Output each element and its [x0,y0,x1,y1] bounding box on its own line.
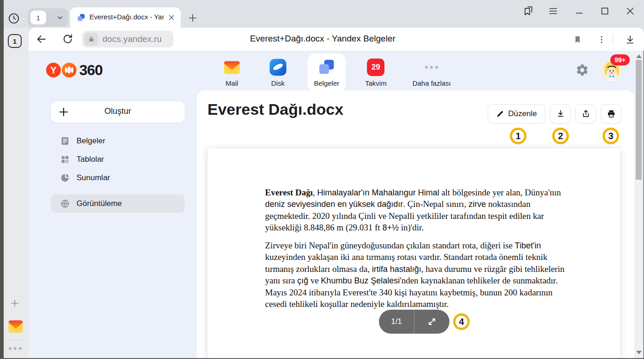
edit-button[interactable]: Düzenle [488,104,545,124]
hamburger-icon [548,6,559,17]
maximize-icon [599,6,610,17]
document-viewer: Everest Dağı.docx Düzenle [197,90,634,359]
chevron-down-icon[interactable] [55,13,65,22]
page-title: Everest+Dağı.docx - Yandex Belgeler [203,34,443,44]
docs-favicon-icon [77,13,86,22]
toolbar-divider [613,34,613,44]
tab-group-count: 1 [30,11,46,24]
back-arrow-icon [35,33,47,45]
yandex-mail-icon[interactable] [6,317,25,335]
page-number: 1/1 [379,317,414,326]
bookmark-button[interactable] [571,33,584,46]
maximize-button[interactable] [598,5,611,18]
annotation-3: 3 [603,128,619,144]
browser-tab[interactable]: Everest+Dağı.docx - Yan [70,7,181,28]
pencil-icon [496,110,504,118]
fullscreen-button[interactable] [414,317,449,326]
url-text: docs.yandex.ru [102,34,162,44]
downloads-button[interactable] [624,33,637,46]
download-icon [556,109,565,118]
minimize-icon [574,6,585,17]
calendar-icon: 29 [366,57,386,77]
print-document-button[interactable] [601,104,621,124]
grid-icon [60,154,70,165]
app-item-more[interactable]: Daha fazlası [406,53,457,91]
paragraph: Everest Dağı, Himalayalar'ın Mahalangur … [265,187,573,234]
app-item-mail[interactable]: Mail [215,53,248,91]
back-button[interactable] [35,33,48,46]
sidebar-item-tablolar[interactable]: Tablolar [51,150,185,169]
collections-button[interactable] [522,5,535,18]
collections-icon [522,5,534,17]
browser-menu-button[interactable] [547,5,560,18]
annotation-2: 2 [552,128,569,144]
rail-add-button[interactable] [8,297,21,310]
scroll-down-icon[interactable] [636,351,642,354]
browser-window: 1 Everest+Dağı.docx - Yan [0,0,644,359]
app-item-disk[interactable]: Disk [261,53,295,91]
address-bar[interactable]: docs.yandex.ru [82,31,173,47]
sidebar-item-goruntuleme[interactable]: Görüntüleme [51,194,185,213]
ssl-lock-icon[interactable] [84,33,98,46]
app-label: Disk [271,79,284,87]
settings-gear-button[interactable] [575,63,589,77]
sidebar-item-label: Görüntüleme [77,199,122,208]
reload-icon [62,33,74,45]
scrollbar-thumb[interactable] [636,60,642,180]
app-label: Daha fazlası [413,79,451,87]
sidebar-item-belgeler[interactable]: Belgeler [51,132,185,150]
browser-left-rail: 1 [4,28,29,359]
globe-icon [60,199,70,209]
page-scrollbar[interactable] [634,51,644,359]
sidebar-item-sunumlar[interactable]: Sunumlar [51,169,185,187]
minimize-button[interactable] [573,5,586,18]
share-icon [581,109,591,118]
new-tab-button[interactable] [186,12,199,24]
reload-button[interactable] [61,33,74,46]
notification-badge: 99+ [610,54,630,65]
document-title: Everest Dağı.docx [207,100,343,118]
tab-title: Everest+Dağı.docx - Yan [89,13,164,21]
download-icon [625,34,636,45]
sidebar-item-label: Sunumlar [77,173,110,182]
app-switcher: Mail Disk [29,53,644,91]
disk-icon [268,57,288,77]
toolbar-menu-button[interactable] [595,33,608,46]
close-window-button[interactable] [624,5,637,18]
tab-close-icon[interactable] [166,12,177,23]
printer-icon [607,109,616,118]
annotation-4: 4 [453,313,470,330]
mail-icon [222,57,242,77]
window-left-edge [0,0,4,359]
page-indicator[interactable]: 1/1 [379,310,449,334]
create-button[interactable]: Oluştur [51,101,185,123]
workspace-number-button[interactable]: 1 [8,34,22,48]
paragraph: Zirveye biri Nepal'in güneydoğusundan çı… [265,240,573,310]
pie-chart-icon [60,173,70,183]
edit-label: Düzenle [508,109,537,118]
document-icon [60,136,70,146]
expand-icon [427,317,437,326]
scroll-up-icon[interactable] [636,54,642,58]
sidebar-item-label: Tablolar [77,155,104,164]
history-clock-button[interactable] [7,12,20,25]
app-label: Belgeler [314,79,339,87]
browser-toolbar: docs.yandex.ru Everest+Dağı.docx - Yande… [29,28,644,51]
share-document-button[interactable] [575,104,596,124]
web-page: Y 360 [29,51,644,359]
gear-icon [575,63,589,77]
app-item-belgeler[interactable]: Belgeler [307,53,346,91]
app-label: Takvim [365,79,387,87]
close-icon [625,6,636,17]
download-document-button[interactable] [550,104,571,124]
kebab-icon [597,35,607,45]
rail-divider [9,340,23,340]
annotation-1: 1 [510,128,526,144]
create-label: Oluştur [51,106,185,116]
rail-more-button[interactable] [9,346,24,351]
sidebar-item-label: Belgeler [77,136,105,146]
tab-group[interactable]: 1 [28,8,68,27]
app-item-takvim[interactable]: 29 Takvim [359,53,393,91]
document-text: Everest Dağı, Himalayalar'ın Mahalangur … [207,148,620,310]
titlebar: 1 Everest+Dağı.docx - Yan [4,0,644,28]
